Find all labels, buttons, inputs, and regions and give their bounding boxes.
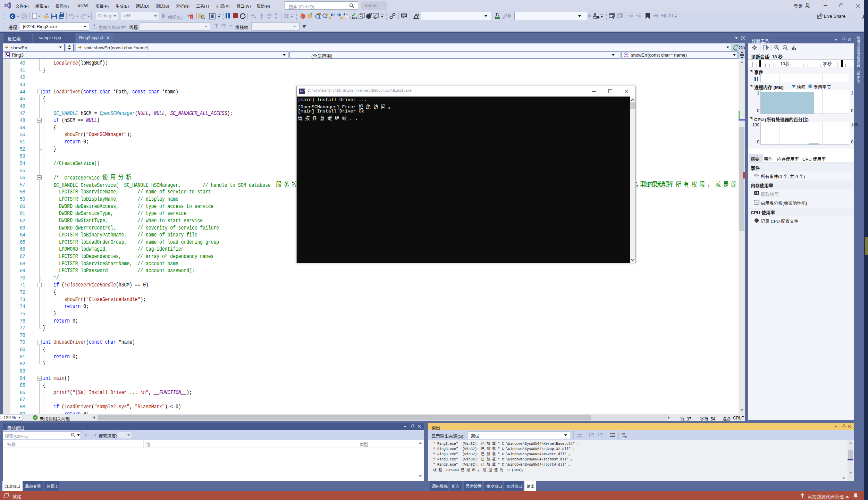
svg-text:ab: ab bbox=[622, 432, 625, 436]
svg-text:abc: abc bbox=[352, 16, 357, 19]
svg-text:?: ? bbox=[793, 44, 795, 47]
